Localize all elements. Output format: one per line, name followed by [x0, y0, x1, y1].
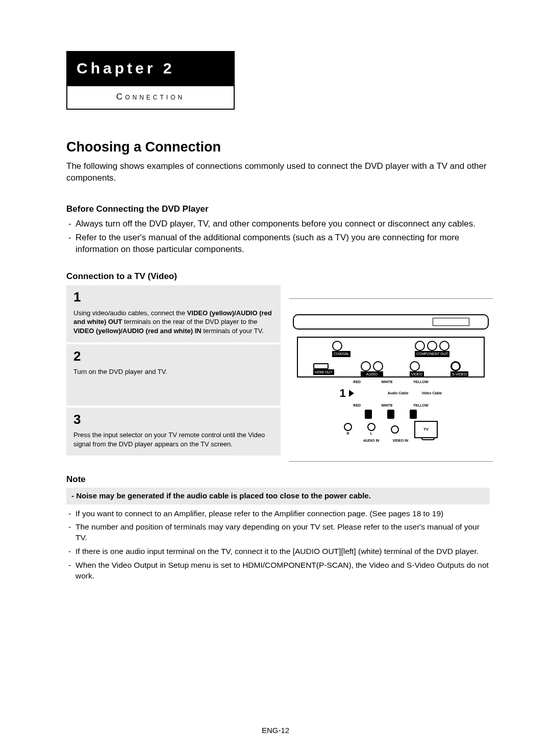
coaxial-jack-icon [332, 341, 342, 351]
step-number: 2 [73, 347, 276, 365]
step-number: 3 [73, 411, 276, 429]
component-jack-icon [415, 341, 425, 351]
svideo-jack-icon [450, 361, 461, 371]
before-list: Always turn off the DVD player, TV, and … [66, 218, 490, 256]
marker-number: 1 [339, 386, 345, 401]
color-white: WHITE [381, 403, 393, 408]
before-heading: Before Connecting the DVD Player [66, 204, 490, 215]
color-yellow: YELLOW [413, 403, 429, 408]
audio-cable-label: Audio Cable [388, 391, 409, 395]
list-item: When the Video Output in Setup menu is s… [66, 560, 490, 582]
steps-area: 1 Using video/audio cables, connect the … [66, 285, 490, 456]
step-2: 2 Turn on the DVD player and TV. [66, 344, 281, 406]
cable-plug-icon [387, 410, 394, 419]
list-item: If there is one audio input terminal on … [66, 546, 490, 557]
port-panel: COAXIAL COMPONENT OUT HDMI OUT AUDIO [297, 337, 485, 377]
svideo-label: S-VIDEO [450, 371, 468, 377]
note-heading: Note [66, 474, 490, 486]
video-in-label: VIDEO IN [392, 438, 408, 443]
direction-marker: 1 Audio Cable Video Cable [289, 386, 493, 401]
video-jack-icon [410, 361, 420, 371]
r-label: R [344, 431, 352, 436]
video-label: VIDEO [410, 371, 424, 377]
cable-plug-icon [410, 410, 417, 419]
connection-heading: Connection to a TV (Video) [66, 271, 490, 283]
list-item: The number and position of terminals may… [66, 522, 490, 543]
step-1: 1 Using video/audio cables, connect the … [66, 285, 281, 342]
audio-jack-icon [361, 361, 371, 371]
step-number: 1 [73, 288, 276, 306]
color-red: RED [353, 403, 361, 408]
tv-jack-icon [391, 425, 399, 434]
tv-label: TV [423, 427, 429, 433]
step-text: Using video/audio cables, connect the VI… [73, 309, 276, 336]
chapter-box: Chapter 2 Connection [66, 51, 235, 110]
page-title: Choosing a Connection [66, 138, 490, 156]
tv-jack-icon [367, 423, 375, 431]
coaxial-label: COAXIAL [332, 351, 350, 357]
audio-jack-icon [373, 361, 383, 371]
color-white: WHITE [381, 380, 393, 384]
l-label: L [367, 431, 375, 436]
intro-text: The following shows examples of connecti… [66, 161, 490, 184]
component-label: COMPONENT OUT [415, 351, 449, 357]
text-fragment: Using video/audio cables, connect the [73, 309, 187, 317]
hdmi-port-icon [313, 363, 329, 369]
list-item: If you want to connect to an Amplifier, … [66, 509, 490, 519]
hdmi-label: HDMI OUT [313, 369, 334, 375]
video-cable-label: Video Cable [422, 391, 442, 395]
page-number: ENG-12 [0, 725, 551, 736]
tv-jack-icon [344, 423, 352, 431]
component-jack-icon [439, 341, 449, 351]
chapter-subtitle: Connection [67, 86, 234, 109]
arrow-right-icon [349, 390, 354, 397]
audio-label: AUDIO [361, 371, 383, 377]
text-fragment: terminals on the rear of the DVD player … [122, 318, 257, 325]
note-highlight-text: Noise may be generated if the audio cabl… [71, 491, 371, 500]
step-text: Turn on the DVD player and TV. [73, 367, 276, 376]
note-highlight: Noise may be generated if the audio cabl… [66, 488, 490, 504]
text-fragment: terminals of your TV. [202, 327, 264, 335]
step-3: 3 Press the input selector on your TV re… [66, 408, 281, 456]
notes-list: If you want to connect to an Amplifier, … [66, 509, 490, 582]
color-yellow: YELLOW [413, 380, 429, 384]
component-jack-icon [427, 341, 437, 351]
connection-diagram: COAXIAL COMPONENT OUT HDMI OUT AUDIO [289, 298, 493, 462]
list-item: Always turn off the DVD player, TV, and … [66, 218, 490, 230]
list-item: Refer to the user's manual of the additi… [66, 232, 490, 256]
dvd-rear-illustration [293, 314, 489, 330]
tv-icon: TV [414, 421, 438, 438]
bold-fragment: VIDEO (yellow)/AUDIO (red and white) IN [73, 327, 202, 335]
step-text: Press the input selector on your TV remo… [73, 431, 276, 448]
chapter-label: Chapter 2 [67, 52, 234, 86]
audio-in-label: AUDIO IN [363, 438, 380, 443]
cable-plug-icon [365, 410, 372, 419]
color-red: RED [353, 380, 361, 384]
